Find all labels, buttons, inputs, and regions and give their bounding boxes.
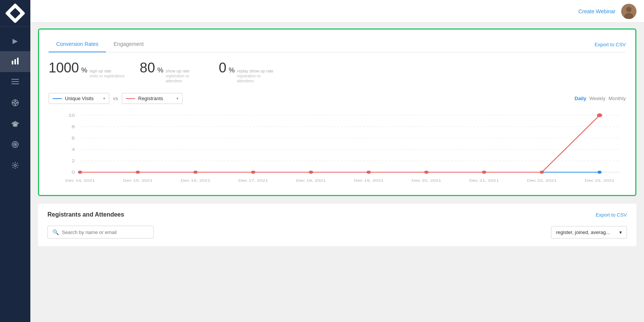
tabs-row: Conversion Rates Engagement Export to CS…: [49, 37, 626, 52]
svg-text:10: 10: [68, 113, 75, 118]
search-icon: 🔍: [52, 229, 59, 235]
svg-point-45: [78, 171, 82, 174]
sidebar: ▶: [0, 0, 30, 322]
list-icon: [11, 79, 19, 86]
svg-point-50: [367, 171, 371, 174]
sidebar-item-target[interactable]: [0, 135, 30, 156]
daily-button[interactable]: Daily: [575, 96, 586, 101]
stat-showup-label: show up rate registration vs attendees: [165, 68, 203, 83]
svg-text:6: 6: [72, 136, 75, 140]
stat-replay-label: replay show up rate registration vs atte…: [237, 68, 275, 83]
svg-text:Dec 23, 2021: Dec 23, 2021: [585, 179, 614, 182]
svg-text:4: 4: [72, 147, 75, 152]
right-select[interactable]: Registrants ▾: [122, 93, 183, 104]
search-box[interactable]: 🔍: [47, 226, 154, 239]
svg-text:Dec 18, 2021: Dec 18, 2021: [296, 179, 326, 182]
svg-point-15: [15, 144, 16, 145]
main-content: Create Webinar Conversion Rates Engageme…: [30, 0, 644, 322]
svg-rect-3: [11, 79, 19, 80]
stat-replay-percent: %: [228, 66, 235, 74]
topbar-right: Create Webinar: [578, 4, 636, 19]
create-webinar-link[interactable]: Create Webinar: [578, 8, 616, 14]
registrants-line-icon: [126, 98, 135, 99]
filter-select[interactable]: register, joined, averag... ▾: [551, 226, 627, 239]
export-csv-button[interactable]: Export to CSV: [595, 42, 626, 47]
analytics-icon: [11, 57, 19, 66]
stat-signup-value: 1000: [49, 60, 79, 76]
svg-point-48: [251, 171, 255, 174]
registrants-header: Registrants and Attendees Export to CSV: [47, 211, 627, 218]
chart-selects: Unique Visits ▾ vs Registrants ▾: [49, 93, 183, 104]
graduation-icon: [11, 120, 19, 128]
sidebar-item-list[interactable]: [0, 72, 30, 93]
vs-label: vs: [113, 96, 118, 101]
sidebar-logo: [0, 0, 30, 27]
svg-text:Dec 16, 2021: Dec 16, 2021: [181, 179, 210, 182]
conversion-rates-card: Conversion Rates Engagement Export to CS…: [38, 28, 636, 196]
registrants-export-csv-button[interactable]: Export to CSV: [596, 212, 627, 218]
right-select-chevron-icon: ▾: [176, 96, 178, 101]
svg-text:Dec 15, 2021: Dec 15, 2021: [123, 179, 153, 182]
svg-point-52: [482, 171, 486, 174]
sidebar-nav: ▶: [0, 27, 30, 176]
logo-diamond: [5, 3, 25, 24]
unique-visits-line-icon: [53, 98, 62, 99]
svg-point-16: [14, 164, 16, 166]
svg-point-51: [424, 171, 428, 174]
svg-text:2: 2: [72, 159, 75, 163]
svg-point-7: [14, 102, 16, 104]
registrants-card: Registrants and Attendees Export to CSV …: [38, 204, 636, 246]
stat-showup-rate: 80 % show up rate registration vs attend…: [140, 60, 203, 83]
svg-text:Dec 20, 2021: Dec 20, 2021: [412, 179, 441, 182]
target-icon: [11, 141, 19, 149]
stat-signup-percent: %: [81, 66, 87, 74]
stats-row: 1000 % sign up rate visits vs registrati…: [49, 60, 626, 83]
registrants-title: Registrants and Attendees: [47, 211, 124, 218]
svg-text:Dec 14, 2021: Dec 14, 2021: [65, 179, 95, 182]
svg-point-54: [597, 113, 602, 117]
content-area: Conversion Rates Engagement Export to CS…: [30, 23, 644, 322]
left-select[interactable]: Unique Visits ▾: [49, 93, 109, 104]
svg-point-49: [309, 171, 313, 174]
tab-engagement[interactable]: Engagement: [106, 37, 151, 52]
avatar: [621, 4, 636, 19]
svg-text:Dec 21, 2021: Dec 21, 2021: [469, 179, 499, 182]
stat-replay-value: 0: [219, 60, 226, 76]
right-select-label: Registrants: [138, 96, 173, 101]
svg-rect-0: [12, 61, 13, 64]
svg-text:Dec 17, 2021: Dec 17, 2021: [238, 179, 268, 182]
stat-signup-rate: 1000 % sign up rate visits vs registrati…: [49, 60, 124, 79]
stat-signup-label: sign up rate visits vs registrations: [90, 68, 124, 79]
filter-select-value: register, joined, averag...: [556, 229, 610, 235]
svg-point-44: [597, 171, 601, 174]
svg-point-46: [136, 171, 140, 174]
settings-icon: [11, 162, 19, 170]
time-period-buttons: Daily Weekly Monthly: [575, 96, 626, 101]
tab-conversion-rates[interactable]: Conversion Rates: [49, 37, 106, 52]
filter-row: 🔍 register, joined, averag... ▾: [47, 226, 627, 239]
stat-replay-rate: 0 % replay show up rate registration vs …: [219, 60, 275, 83]
integration-icon: [11, 99, 19, 108]
svg-rect-5: [11, 83, 19, 84]
svg-rect-4: [11, 81, 19, 82]
left-select-label: Unique Visits: [65, 96, 100, 101]
sidebar-item-settings[interactable]: [0, 156, 30, 176]
tabs-left: Conversion Rates Engagement: [49, 37, 151, 52]
sidebar-item-analytics[interactable]: [0, 51, 30, 72]
filter-chevron-icon: ▾: [619, 229, 622, 235]
chart-area: 10 8 6 4 2 0: [49, 112, 626, 187]
svg-text:0: 0: [72, 170, 75, 174]
monthly-button[interactable]: Monthly: [608, 96, 626, 101]
weekly-button[interactable]: Weekly: [589, 96, 605, 101]
sidebar-item-play[interactable]: ▶: [0, 30, 30, 51]
sidebar-item-integration[interactable]: [0, 93, 30, 114]
stat-showup-value: 80: [140, 60, 155, 76]
svg-text:8: 8: [72, 124, 75, 129]
sidebar-item-education[interactable]: [0, 114, 30, 135]
chart-controls: Unique Visits ▾ vs Registrants ▾ Daily W…: [49, 93, 626, 104]
topbar: Create Webinar: [30, 0, 644, 23]
chart-svg: 10 8 6 4 2 0: [49, 112, 626, 187]
svg-point-47: [194, 171, 198, 174]
search-input[interactable]: [62, 229, 149, 235]
logo-inner: [10, 8, 20, 18]
